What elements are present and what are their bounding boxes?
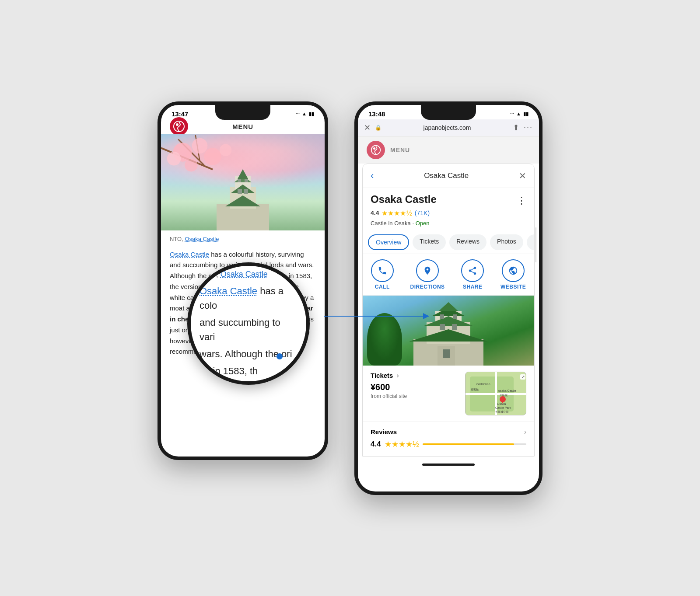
osaka-castle-link[interactable]: Osaka Castle	[185, 236, 219, 242]
svg-rect-31	[440, 324, 445, 330]
svg-text:Geihinkan: Geihinkan	[476, 383, 490, 386]
tickets-map-row: Tickets › ¥600 from official site	[363, 366, 534, 422]
svg-marker-28	[423, 316, 474, 326]
svg-text:大阪城: 大阪城	[500, 394, 508, 397]
castle-photo	[363, 296, 534, 366]
open-status: Open	[416, 220, 430, 227]
rating-count[interactable]: (71K)	[415, 209, 430, 216]
rating-bar	[423, 443, 526, 445]
share-action[interactable]: SHARE	[461, 259, 484, 290]
article-breadcrumb: NTO, Osaka Castle	[161, 230, 325, 245]
svg-rect-32	[452, 324, 457, 330]
svg-point-18	[204, 148, 221, 165]
magnifier-dot	[276, 353, 283, 359]
category-separator: ·	[412, 220, 415, 227]
wifi-icon-2: ▲	[516, 111, 521, 116]
maps-panel-header: ‹ Osaka Castle ✕	[363, 164, 534, 188]
tickets-price: ¥600	[371, 382, 461, 392]
breadcrumb-text: NTO,	[170, 236, 185, 242]
svg-point-21	[220, 144, 232, 156]
cherry-branches	[161, 134, 325, 230]
share-circle	[461, 259, 484, 282]
tab-overview[interactable]: Overview	[368, 234, 409, 250]
map-svg: Geihinkan 迎賓館 osaka Castle 大阪城 Osaka Cas…	[466, 372, 526, 415]
website-action[interactable]: WEBSITE	[500, 259, 526, 290]
browser-close-button[interactable]: ✕	[364, 123, 371, 132]
phone-1-header: MENU	[161, 119, 325, 134]
category-text: Castle in Osaka	[371, 220, 411, 227]
tab-reviews[interactable]: Reviews	[449, 234, 486, 250]
maps-actions: CALL DIRECTIONS SH	[363, 254, 534, 296]
mag-line-3: wars. Although the ori	[200, 347, 298, 361]
map-thumbnail[interactable]: Geihinkan 迎賓館 osaka Castle 大阪城 Osaka Cas…	[465, 372, 526, 415]
maps-close-button[interactable]: ✕	[519, 171, 526, 181]
battery-icon: ▮▮	[309, 111, 314, 117]
lock-icon: 🔒	[375, 125, 382, 131]
magnifier: NTO, Osaka Castle Osaka Castle has a col…	[187, 262, 310, 385]
svg-text:⤢: ⤢	[522, 375, 525, 379]
directions-label: DIRECTIONS	[410, 284, 445, 290]
japan-objects-logo	[170, 117, 188, 136]
signal-dots-icon-2: ···	[510, 111, 514, 116]
home-bar-2	[422, 464, 475, 466]
svg-rect-36	[443, 349, 450, 358]
reviews-row: Reviews ›	[363, 422, 534, 438]
call-action[interactable]: CALL	[371, 259, 394, 290]
rating-number: 4.4	[371, 209, 379, 216]
reviews-chevron[interactable]: ›	[524, 428, 526, 436]
hero-image-1	[161, 134, 325, 230]
more-options-icon[interactable]: ···	[524, 123, 533, 132]
svg-point-19	[167, 152, 181, 165]
share-icon[interactable]: ⬆	[513, 123, 519, 132]
tab-photos[interactable]: Photos	[490, 234, 523, 250]
browser-url[interactable]: japanobjects.com	[386, 124, 508, 131]
place-name: Osaka Castle	[363, 188, 444, 207]
svg-point-20	[185, 158, 198, 171]
svg-text:大阪城公園: 大阪城公園	[495, 411, 508, 413]
phone-1: 13:47 ··· ▲ ▮▮ MENU	[158, 101, 328, 460]
maps-tabs: Overview Tickets Reviews Photos Tours	[363, 231, 534, 254]
scroll-indicator	[536, 227, 536, 262]
maps-back-button[interactable]: ‹	[371, 170, 374, 181]
tab-tickets[interactable]: Tickets	[413, 234, 446, 250]
maps-category: Castle in Osaka · Open	[363, 219, 534, 231]
svg-text:osaka Castle: osaka Castle	[498, 389, 516, 392]
svg-point-17	[192, 138, 207, 153]
tickets-info: Tickets › ¥600 from official site	[371, 372, 461, 399]
place-name-row: Osaka Castle ⋮	[363, 188, 534, 207]
wifi-icon: ▲	[302, 111, 307, 116]
reviews-label: Reviews	[371, 428, 397, 436]
rating-bar-fill	[423, 443, 514, 445]
maps-panel: ‹ Osaka Castle ✕ Osaka Castle ⋮ 4.4 ★★★★…	[362, 164, 535, 457]
browser-bar: ✕ 🔒 japanobjects.com ⬆ ···	[358, 119, 539, 136]
website-logo	[367, 141, 385, 159]
call-circle	[371, 259, 394, 282]
more-options-button[interactable]: ⋮	[517, 188, 534, 206]
share-label: SHARE	[463, 284, 483, 290]
menu-label-1: MENU	[232, 123, 253, 130]
status-icons-2: ··· ▲ ▮▮	[510, 111, 528, 117]
svg-point-23	[373, 147, 375, 150]
maps-panel-title: Osaka Castle	[424, 171, 469, 180]
reviews-stars: ★★★★½	[385, 439, 419, 449]
svg-marker-27	[409, 329, 488, 342]
castle-photo-svg	[400, 298, 497, 366]
rating-stars: ★★★★½	[382, 209, 412, 217]
svg-rect-34	[453, 314, 457, 319]
call-label: CALL	[375, 284, 390, 290]
tree-left	[367, 313, 402, 366]
tab-tours[interactable]: Tours	[527, 234, 534, 250]
signal-dots-icon: ···	[296, 111, 300, 116]
reviews-rating-num: 4.4	[371, 440, 381, 449]
osaka-castle-text-link[interactable]: Osaka Castle	[170, 251, 209, 258]
scene: 13:47 ··· ▲ ▮▮ MENU	[158, 101, 542, 495]
directions-action[interactable]: DIRECTIONS	[410, 259, 445, 290]
arrow-connector	[324, 316, 429, 317]
svg-text:迎賓館: 迎賓館	[471, 388, 479, 391]
tickets-chevron[interactable]: ›	[396, 372, 399, 380]
tickets-label: Tickets ›	[371, 372, 461, 380]
website-menu-label: MENU	[390, 146, 410, 153]
phone-2: 13:48 ··· ▲ ▮▮ ✕ 🔒 japanobjects.com ⬆ ··…	[354, 101, 542, 495]
svg-text:Castle Park: Castle Park	[495, 406, 511, 409]
status-time-2: 13:48	[368, 110, 385, 118]
